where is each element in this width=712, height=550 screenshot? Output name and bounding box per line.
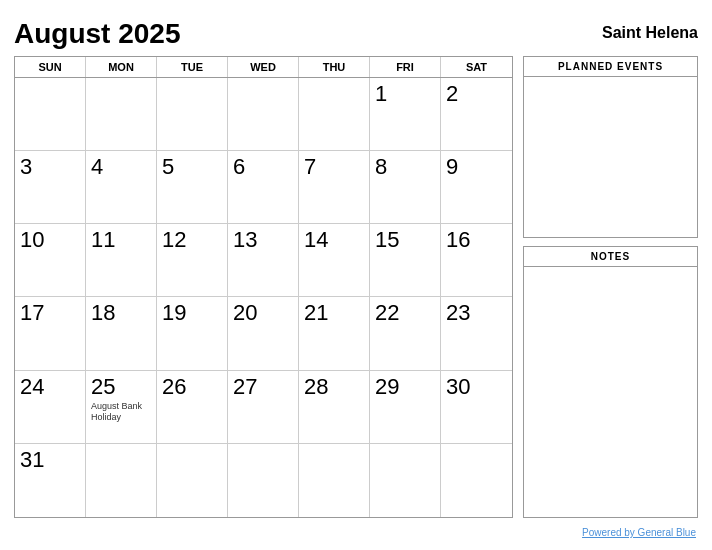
day-number: 26 [162, 375, 186, 399]
day-number: 6 [233, 155, 245, 179]
day-number: 4 [91, 155, 103, 179]
day-cell [228, 444, 299, 517]
day-cell [299, 444, 370, 517]
sidebar: PLANNED EVENTS NOTES [523, 56, 698, 518]
day-cell [441, 444, 512, 517]
day-cell [157, 444, 228, 517]
day-number: 17 [20, 301, 44, 325]
day-header-sun: SUN [15, 57, 86, 77]
day-header-wed: WED [228, 57, 299, 77]
day-cell [15, 78, 86, 151]
day-number: 2 [446, 82, 458, 106]
planned-events-content [524, 77, 697, 237]
day-number: 31 [20, 448, 44, 472]
day-cell [157, 78, 228, 151]
planned-events-title: PLANNED EVENTS [524, 57, 697, 77]
day-number: 13 [233, 228, 257, 252]
month-title: August 2025 [14, 18, 181, 50]
day-number: 14 [304, 228, 328, 252]
day-number: 1 [375, 82, 387, 106]
day-cell: 27 [228, 371, 299, 444]
day-number: 25 [91, 375, 115, 399]
day-number: 24 [20, 375, 44, 399]
day-cell [228, 78, 299, 151]
day-header-thu: THU [299, 57, 370, 77]
day-cell: 26 [157, 371, 228, 444]
day-number: 9 [446, 155, 458, 179]
day-cell: 8 [370, 151, 441, 224]
general-blue-link[interactable]: Powered by General Blue [582, 527, 696, 538]
day-cell: 6 [228, 151, 299, 224]
day-cell: 16 [441, 224, 512, 297]
day-cell [86, 444, 157, 517]
day-number: 5 [162, 155, 174, 179]
day-cell: 10 [15, 224, 86, 297]
day-cell: 11 [86, 224, 157, 297]
day-number: 23 [446, 301, 470, 325]
day-cell: 2 [441, 78, 512, 151]
calendar-section: SUNMONTUEWEDTHUFRISAT 123456789101112131… [14, 56, 513, 518]
day-cell: 24 [15, 371, 86, 444]
day-cell [299, 78, 370, 151]
planned-events-box: PLANNED EVENTS [523, 56, 698, 238]
day-cell: 21 [299, 297, 370, 370]
day-cell: 31 [15, 444, 86, 517]
notes-content [524, 267, 697, 517]
day-number: 12 [162, 228, 186, 252]
day-cell: 22 [370, 297, 441, 370]
day-cell: 28 [299, 371, 370, 444]
day-number: 18 [91, 301, 115, 325]
day-cell: 7 [299, 151, 370, 224]
event-label: August Bank Holiday [91, 401, 151, 423]
day-cell: 3 [15, 151, 86, 224]
calendar-grid: 1234567891011121314151617181920212223242… [15, 78, 512, 517]
day-number: 15 [375, 228, 399, 252]
day-number: 30 [446, 375, 470, 399]
day-number: 29 [375, 375, 399, 399]
day-cell: 25August Bank Holiday [86, 371, 157, 444]
day-number: 11 [91, 228, 115, 252]
day-cell: 13 [228, 224, 299, 297]
notes-box: NOTES [523, 246, 698, 518]
header: August 2025 Saint Helena [14, 18, 698, 50]
day-number: 8 [375, 155, 387, 179]
day-number: 28 [304, 375, 328, 399]
day-number: 22 [375, 301, 399, 325]
day-cell: 19 [157, 297, 228, 370]
day-number: 16 [446, 228, 470, 252]
day-number: 7 [304, 155, 316, 179]
footer: Powered by General Blue [14, 522, 698, 540]
day-header-sat: SAT [441, 57, 512, 77]
day-headers: SUNMONTUEWEDTHUFRISAT [15, 57, 512, 78]
day-number: 19 [162, 301, 186, 325]
day-cell [86, 78, 157, 151]
day-cell: 15 [370, 224, 441, 297]
notes-title: NOTES [524, 247, 697, 267]
page: August 2025 Saint Helena SUNMONTUEWEDTHU… [0, 0, 712, 550]
day-cell: 12 [157, 224, 228, 297]
day-header-mon: MON [86, 57, 157, 77]
day-header-tue: TUE [157, 57, 228, 77]
day-header-fri: FRI [370, 57, 441, 77]
day-cell: 30 [441, 371, 512, 444]
day-number: 10 [20, 228, 44, 252]
day-cell: 17 [15, 297, 86, 370]
day-cell: 5 [157, 151, 228, 224]
day-number: 21 [304, 301, 328, 325]
day-cell: 20 [228, 297, 299, 370]
day-cell: 23 [441, 297, 512, 370]
day-cell: 14 [299, 224, 370, 297]
day-cell: 4 [86, 151, 157, 224]
day-cell: 18 [86, 297, 157, 370]
day-number: 20 [233, 301, 257, 325]
day-cell: 29 [370, 371, 441, 444]
day-cell: 1 [370, 78, 441, 151]
day-cell: 9 [441, 151, 512, 224]
main-area: SUNMONTUEWEDTHUFRISAT 123456789101112131… [14, 56, 698, 518]
day-number: 27 [233, 375, 257, 399]
region-title: Saint Helena [602, 24, 698, 42]
day-cell [370, 444, 441, 517]
day-number: 3 [20, 155, 32, 179]
